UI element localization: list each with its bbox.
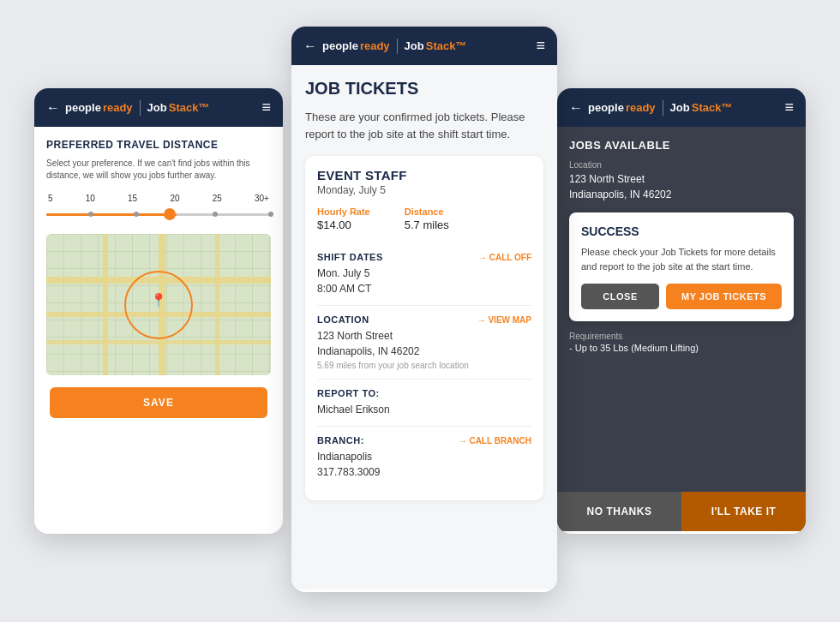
- slider-dot-2: [134, 212, 139, 217]
- right-hamburger-icon[interactable]: ≡: [784, 99, 794, 117]
- ticket-view-map-button[interactable]: → VIEW MAP: [477, 315, 531, 325]
- ticket-location-distance: 5.69 miles from your job search location: [317, 361, 531, 370]
- ticket-shift-header: SHIFT DATES → CALL OFF: [317, 252, 531, 262]
- ticket-call-off-button[interactable]: → CALL OFF: [478, 253, 531, 262]
- left-logo-divider: [140, 100, 141, 116]
- right-section-title: JOBS AVAILABLE: [569, 139, 794, 152]
- right-location-street: 123 North Street: [569, 173, 645, 185]
- ticket-location-city: Indianapolis, IN 46202: [317, 344, 531, 359]
- ticket-hourly-rate-label: Hourly Rate: [317, 206, 370, 217]
- ticket-branch-section: BRANCH: → CALL BRANCH Indianapolis 317.7…: [317, 427, 531, 488]
- ticket-distance: Distance 5.7 miles: [405, 206, 449, 231]
- center-description: These are your confirmed job tickets. Pl…: [305, 109, 543, 142]
- ticket-location-label: LOCATION: [317, 314, 369, 325]
- slider-label-15: 15: [128, 194, 137, 203]
- ticket-branch-label: BRANCH:: [317, 435, 364, 446]
- right-logo-people: people: [588, 101, 624, 114]
- ticket-job-title: EVENT STAFF: [317, 168, 531, 182]
- success-title: SUCCESS: [581, 224, 782, 238]
- left-back-arrow-icon[interactable]: ←: [46, 100, 60, 116]
- ticket-branch-city: Indianapolis: [317, 449, 531, 464]
- center-back-arrow-icon[interactable]: ←: [303, 39, 317, 54]
- ticket-job-date: Monday, July 5: [317, 184, 531, 196]
- center-logo-stack: Stack™: [426, 39, 467, 52]
- ticket-location-header: LOCATION → VIEW MAP: [317, 314, 531, 325]
- save-button[interactable]: SAVE: [50, 387, 267, 418]
- right-content: JOBS AVAILABLE Location 123 North Street…: [557, 127, 806, 365]
- success-buttons: CLOSE MY JOB TICKETS: [581, 284, 782, 309]
- left-body: PREFERRED TRAVEL DISTANCE Select your pr…: [34, 127, 283, 430]
- right-body: JOBS AVAILABLE Location 123 North Street…: [557, 127, 806, 531]
- right-logo-divider: [663, 100, 663, 116]
- left-logo-stack: Stack™: [169, 101, 210, 114]
- left-page-title: PREFERRED TRAVEL DISTANCE: [46, 139, 271, 151]
- map-pin-icon: 📍: [150, 291, 167, 308]
- requirements-value: - Up to 35 Lbs (Medium Lifting): [569, 343, 794, 353]
- center-page-title: JOB TICKETS: [305, 79, 543, 99]
- ticket-report-value: Michael Erikson: [317, 402, 531, 417]
- slider-dot-4: [268, 212, 273, 217]
- ill-take-it-button[interactable]: I'LL TAKE IT: [681, 492, 806, 531]
- ticket-branch-phone: 317.783.3009: [317, 464, 531, 480]
- ticket-report-section: REPORT TO: Michael Erikson: [317, 380, 531, 427]
- center-hamburger-icon[interactable]: ≡: [536, 37, 545, 55]
- right-back-arrow-icon[interactable]: ←: [569, 100, 583, 116]
- my-job-tickets-button[interactable]: MY JOB TICKETS: [666, 284, 782, 309]
- left-logo-ready: ready: [103, 101, 133, 114]
- no-thanks-button[interactable]: NO THANKS: [557, 492, 681, 531]
- right-nav-left: ← peopleready JobStack™: [569, 100, 732, 116]
- success-description: Please check your Job Tickets for more d…: [581, 245, 782, 273]
- ticket-distance-label: Distance: [405, 206, 449, 217]
- ticket-rate-row: Hourly Rate $14.00 Distance 5.7 miles: [317, 206, 531, 231]
- center-logo-ready: ready: [360, 39, 390, 52]
- ticket-shift-date: Mon. July 5: [317, 266, 531, 281]
- slider-wrapper[interactable]: [46, 206, 271, 222]
- right-logo-stack: Stack™: [692, 101, 733, 114]
- ticket-call-branch-button[interactable]: → CALL BRANCH: [459, 436, 531, 446]
- left-logo-job: Job: [147, 101, 167, 114]
- left-nav-left: ← peopleready JobStack™: [46, 100, 209, 116]
- map-road-v-1: [103, 234, 108, 375]
- slider-thumb[interactable]: [164, 208, 176, 220]
- right-nav-bar: ← peopleready JobStack™ ≡: [557, 88, 806, 127]
- right-logo-ready: ready: [626, 101, 656, 114]
- right-location-value: 123 North Street Indianapolis, IN 46202: [569, 171, 794, 202]
- center-card: ← peopleready JobStack™ ≡ JOB TICKETS Th…: [291, 27, 557, 592]
- close-button[interactable]: CLOSE: [581, 284, 659, 309]
- map-road-v-3: [215, 234, 219, 375]
- left-nav-logo: peopleready JobStack™: [65, 100, 209, 116]
- center-logo-people: people: [322, 39, 358, 52]
- center-body: JOB TICKETS These are your confirmed job…: [291, 65, 557, 589]
- screens-container: ← peopleready JobStack™ ≡ PREFERRED TRAV…: [9, 11, 831, 611]
- center-nav-bar: ← peopleready JobStack™ ≡: [291, 27, 557, 65]
- map-placeholder: 📍: [46, 234, 271, 375]
- ticket-branch-header: BRANCH: → CALL BRANCH: [317, 435, 531, 446]
- ticket-report-label: REPORT TO:: [317, 388, 380, 398]
- ticket-hourly-rate: Hourly Rate $14.00: [317, 206, 370, 231]
- right-location-city: Indianapolis, IN 46202: [569, 188, 671, 200]
- right-location-label: Location: [569, 160, 794, 170]
- left-logo-people: people: [65, 101, 101, 114]
- ticket-report-header: REPORT TO:: [317, 388, 531, 398]
- left-hamburger-icon[interactable]: ≡: [261, 99, 271, 117]
- center-nav-left: ← peopleready JobStack™: [303, 39, 466, 54]
- ticket-shift-time: 8:00 AM CT: [317, 281, 531, 296]
- right-card: ← peopleready JobStack™ ≡ JOBS AVAILABLE…: [557, 88, 806, 534]
- ticket-shift-label: SHIFT DATES: [317, 252, 383, 262]
- left-nav-bar: ← peopleready JobStack™ ≡: [34, 88, 283, 127]
- slider-labels: 5 10 15 20 25 30+: [46, 194, 271, 203]
- ticket-location-section: LOCATION → VIEW MAP 123 North Street Ind…: [317, 306, 531, 380]
- slider-label-25: 25: [213, 194, 222, 203]
- center-logo-job: Job: [405, 39, 424, 52]
- success-modal: SUCCESS Please check your Job Tickets fo…: [569, 212, 794, 321]
- right-bottom-buttons: NO THANKS I'LL TAKE IT: [557, 492, 806, 531]
- slider-dot-3: [213, 212, 218, 217]
- left-card: ← peopleready JobStack™ ≡ PREFERRED TRAV…: [34, 88, 283, 534]
- slider-fill: [46, 213, 177, 216]
- right-nav-logo: peopleready JobStack™: [588, 100, 732, 116]
- left-description: Select your preference. If we can't find…: [46, 158, 271, 182]
- center-logo-divider: [397, 39, 398, 54]
- slider-dot-1: [88, 212, 93, 217]
- requirements-label: Requirements: [569, 332, 794, 341]
- ticket-distance-value: 5.7 miles: [405, 218, 449, 231]
